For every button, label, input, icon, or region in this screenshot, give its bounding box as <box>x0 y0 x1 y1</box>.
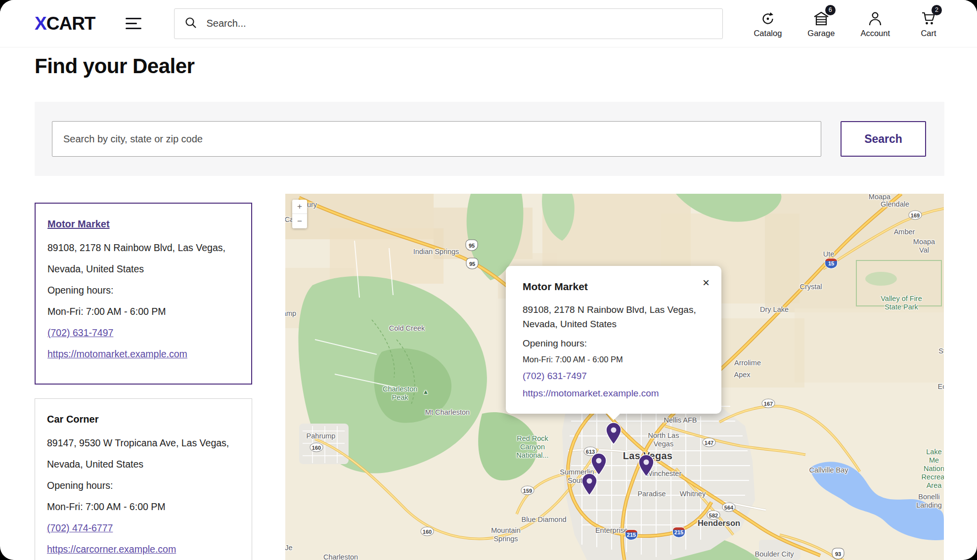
map-label: Lake Me Nation Recreat Area <box>922 448 944 490</box>
route-shield: 147 <box>703 438 716 447</box>
map-label: Paradise <box>637 490 666 498</box>
menu-icon[interactable] <box>126 18 141 29</box>
logo-cart: CART <box>46 13 95 34</box>
map-label: Indian Springs <box>413 248 459 256</box>
menu-bar <box>126 23 137 24</box>
route-shield: 167 <box>762 399 775 408</box>
header-nav: Catalog 6 Garage Account 2 <box>754 9 941 38</box>
address-line: Nevada, United States <box>523 319 617 329</box>
route-shield: 564 <box>722 503 736 512</box>
dealer-search-button[interactable]: Search <box>841 121 926 157</box>
map-label: Bonelli Landing <box>916 493 942 510</box>
dealer-phone-link[interactable]: (702) 474-6777 <box>47 517 240 539</box>
nav-account-label: Account <box>860 29 890 38</box>
dealer-hours: Mon-Fri: 7:00 AM - 6:00 PM <box>47 301 239 322</box>
route-shield: 95 <box>466 240 478 251</box>
logo-x: X <box>35 13 46 34</box>
route-shield: 215 <box>672 527 685 538</box>
dealer-name-link[interactable]: Motor Market <box>47 218 110 229</box>
zoom-out-button[interactable]: − <box>292 214 307 228</box>
map-label: Mt Charleston <box>425 408 470 417</box>
map-label: Ute <box>823 250 835 258</box>
map-label: North Las Vegas <box>648 431 679 448</box>
map-label: Charleston Peak <box>383 385 417 402</box>
map-label: Enterprise <box>595 526 628 535</box>
nav-catalog[interactable]: Catalog <box>754 9 782 38</box>
map-label: Pahrump <box>307 432 336 440</box>
dealer-hours-label: Opening hours: <box>47 475 240 496</box>
info-window-phone-link[interactable]: (702) 631-7497 <box>523 371 705 382</box>
route-shield: 169 <box>909 211 922 220</box>
dealer-search-panel: Search <box>35 102 944 176</box>
map-label: Henderson <box>698 518 740 528</box>
header-search-input[interactable] <box>205 17 712 30</box>
dealer-map[interactable]: uryCaampJeIndian SpringsCold CreekCharle… <box>285 194 944 560</box>
map-label: Blue Diamond <box>521 516 566 524</box>
map-label: Whitney <box>680 490 706 498</box>
zoom-in-button[interactable]: + <box>292 200 307 214</box>
dealer-website-link[interactable]: https://motomarket.example.com <box>47 344 239 365</box>
info-window-title: Motor Market <box>523 281 705 293</box>
nav-account[interactable]: Account <box>860 9 890 38</box>
map-label: Cold Creek <box>389 324 425 333</box>
map-label: Boulder City <box>755 550 794 559</box>
dealer-address: 89108, 2178 N Rainbow Blvd, Las Vegas, <box>47 237 239 258</box>
route-shield: 215 <box>625 529 638 540</box>
dealer-address: 89147, 9530 W Tropicana Ave, Las Vegas, <box>47 432 240 454</box>
dealer-card-car-corner[interactable]: Car Corner 89147, 9530 W Tropicana Ave, … <box>35 398 252 560</box>
dealer-website-link[interactable]: https://carcorner.example.com <box>47 539 240 560</box>
map-label: Red Rock Canyon National... <box>516 434 548 460</box>
header: XCART Catalog 6 Garage <box>0 0 977 47</box>
logo[interactable]: XCART <box>35 13 95 34</box>
dealer-hours-label: Opening hours: <box>47 280 239 301</box>
dealer-phone-link[interactable]: (702) 631-7497 <box>47 322 239 344</box>
close-icon[interactable]: × <box>702 276 711 290</box>
cart-badge: 2 <box>932 5 942 15</box>
garage-icon: 6 <box>813 9 830 26</box>
map-label: ▲ <box>423 388 429 395</box>
route-shield: 582 <box>707 511 720 520</box>
map-label: Amber <box>894 228 915 236</box>
route-shield: 95 <box>466 258 479 269</box>
dealer-name: Car Corner <box>47 412 240 427</box>
map-label: Apex <box>734 371 750 379</box>
map-pin[interactable] <box>581 473 598 498</box>
route-shield: 93 <box>832 548 844 560</box>
info-window-hours-label: Opening hours: <box>523 338 705 349</box>
nav-cart-label: Cart <box>921 29 936 38</box>
page-title: Find your Dealer <box>35 54 194 78</box>
map-label: Dry Lake <box>760 305 789 314</box>
cart-icon: 2 <box>921 9 936 26</box>
map-label: St <box>938 347 944 355</box>
route-shield: 160 <box>310 443 323 452</box>
info-window-website-link[interactable]: https://motomarket.example.com <box>523 388 705 399</box>
route-shield: 160 <box>421 527 434 536</box>
map-label: Arrolime <box>734 359 761 367</box>
header-search[interactable] <box>174 8 723 39</box>
map-label: Valley of Fire State Park <box>881 295 922 311</box>
account-icon <box>868 9 883 26</box>
map-info-window: × Motor Market 89108, 2178 N Rainbow Blv… <box>506 266 721 414</box>
map-label: Callville Bay <box>809 466 848 474</box>
nav-garage[interactable]: 6 Garage <box>807 9 835 38</box>
catalog-icon <box>760 9 775 26</box>
search-icon <box>184 16 197 31</box>
nav-cart[interactable]: 2 Cart <box>916 9 941 38</box>
map-label: Moapa Val <box>913 238 935 255</box>
map-label: Je <box>285 544 293 552</box>
dealer-address: Nevada, United States <box>47 454 240 475</box>
address-line: 89108, 2178 N Rainbow Blvd, Las Vegas, <box>523 304 696 315</box>
garage-badge: 6 <box>825 5 836 15</box>
map-label: amp <box>285 309 296 318</box>
page: XCART Catalog 6 Garage <box>0 0 977 560</box>
dealer-search-input[interactable] <box>52 121 821 157</box>
info-window-address: 89108, 2178 N Rainbow Blvd, Las Vegas,Ne… <box>523 302 705 331</box>
map-pin[interactable] <box>605 422 622 447</box>
map-label: Ec <box>938 383 944 391</box>
map-label: Crystal <box>799 283 822 291</box>
map-label: ury <box>307 201 317 209</box>
map-pin[interactable] <box>638 454 655 479</box>
menu-bar <box>126 18 141 19</box>
dealer-card-motor-market[interactable]: Motor Market 89108, 2178 N Rainbow Blvd,… <box>35 203 252 385</box>
menu-bar <box>126 28 141 29</box>
